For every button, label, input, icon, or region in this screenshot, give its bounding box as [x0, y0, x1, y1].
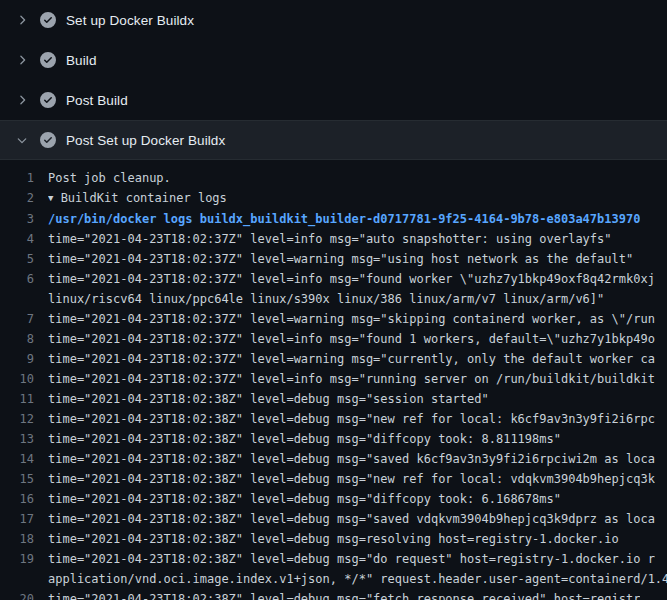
log-line: 1 Post job cleanup.: [0, 168, 667, 188]
step-label: Set up Docker Buildx: [66, 13, 194, 28]
line-text: Post job cleanup.: [48, 168, 171, 188]
line-text: time="2021-04-23T18:02:38Z" level=debug …: [48, 429, 561, 449]
line-number[interactable]: 5: [0, 249, 48, 269]
log-line: 14 time="2021-04-23T18:02:38Z" level=deb…: [0, 449, 667, 469]
line-number[interactable]: 17: [0, 509, 48, 529]
line-text: time="2021-04-23T18:02:38Z" level=debug …: [48, 529, 619, 549]
log-line: 9 time="2021-04-23T18:02:37Z" level=warn…: [0, 349, 667, 369]
line-number[interactable]: 7: [0, 309, 48, 329]
line-number[interactable]: [0, 569, 48, 589]
line-text: time="2021-04-23T18:02:37Z" level=warnin…: [48, 249, 633, 269]
chevron-right-icon: [14, 13, 30, 27]
line-number[interactable]: 12: [0, 409, 48, 429]
line-text: time="2021-04-23T18:02:37Z" level=info m…: [48, 229, 612, 249]
group-toggle-icon[interactable]: ▼: [48, 188, 53, 208]
log-line: 20 time="2021-04-23T18:02:38Z" level=deb…: [0, 589, 667, 600]
line-text: time="2021-04-23T18:02:37Z" level=info m…: [48, 329, 655, 349]
line-text: time="2021-04-23T18:02:37Z" level=warnin…: [48, 309, 655, 329]
line-number[interactable]: 18: [0, 529, 48, 549]
line-number[interactable]: 15: [0, 469, 48, 489]
log-line: linux/riscv64 linux/ppc64le linux/s390x …: [0, 289, 667, 309]
line-number[interactable]: 19: [0, 549, 48, 569]
line-text: time="2021-04-23T18:02:38Z" level=debug …: [48, 549, 655, 569]
line-number[interactable]: 2: [0, 188, 48, 209]
check-circle-icon: [40, 12, 56, 28]
line-number[interactable]: 1: [0, 168, 48, 188]
line-text: /usr/bin/docker logs buildx_buildkit_bui…: [48, 209, 640, 229]
line-number[interactable]: 13: [0, 429, 48, 449]
chevron-down-icon: [14, 133, 30, 147]
line-text: linux/riscv64 linux/ppc64le linux/s390x …: [48, 289, 604, 309]
log-line: 11 time="2021-04-23T18:02:38Z" level=deb…: [0, 389, 667, 409]
step-header-post-build[interactable]: Post Build: [0, 80, 667, 120]
log-line: 19 time="2021-04-23T18:02:38Z" level=deb…: [0, 549, 667, 569]
log-line: 4 time="2021-04-23T18:02:37Z" level=info…: [0, 229, 667, 249]
log-line: 17 time="2021-04-23T18:02:38Z" level=deb…: [0, 509, 667, 529]
chevron-right-icon: [14, 93, 30, 107]
line-number[interactable]: 9: [0, 349, 48, 369]
line-text: time="2021-04-23T18:02:38Z" level=debug …: [48, 589, 640, 600]
chevron-right-icon: [14, 53, 30, 67]
step-label: Post Set up Docker Buildx: [66, 133, 225, 148]
step-label: Build: [66, 53, 97, 68]
log-line: 10 time="2021-04-23T18:02:37Z" level=inf…: [0, 369, 667, 389]
log-line: application/vnd.oci.image.index.v1+json,…: [0, 569, 667, 589]
log-line: 13 time="2021-04-23T18:02:38Z" level=deb…: [0, 429, 667, 449]
line-text: ▼ BuildKit container logs: [48, 188, 227, 209]
log-line: 8 time="2021-04-23T18:02:37Z" level=info…: [0, 329, 667, 349]
line-text: time="2021-04-23T18:02:38Z" level=debug …: [48, 389, 489, 409]
log-line: 6 time="2021-04-23T18:02:37Z" level=info…: [0, 269, 667, 289]
log-line: 18 time="2021-04-23T18:02:38Z" level=deb…: [0, 529, 667, 549]
log-line: 3 /usr/bin/docker logs buildx_buildkit_b…: [0, 209, 667, 229]
log-line: 7 time="2021-04-23T18:02:37Z" level=warn…: [0, 309, 667, 329]
line-text: application/vnd.oci.image.index.v1+json,…: [48, 569, 667, 589]
line-text: time="2021-04-23T18:02:38Z" level=debug …: [48, 409, 655, 429]
line-text: time="2021-04-23T18:02:38Z" level=debug …: [48, 489, 561, 509]
workflow-log-viewer: Set up Docker Buildx Build Post Build Po…: [0, 0, 667, 600]
line-text: time="2021-04-23T18:02:38Z" level=debug …: [48, 469, 655, 489]
log-lines: 1 Post job cleanup. 2 ▼ BuildKit contain…: [0, 168, 667, 600]
line-number[interactable]: 10: [0, 369, 48, 389]
line-text: time="2021-04-23T18:02:37Z" level=info m…: [48, 269, 655, 289]
log-line: 15 time="2021-04-23T18:02:38Z" level=deb…: [0, 469, 667, 489]
line-number[interactable]: 8: [0, 329, 48, 349]
log-line: 12 time="2021-04-23T18:02:38Z" level=deb…: [0, 409, 667, 429]
step-header-post-set-up-docker-buildx[interactable]: Post Set up Docker Buildx: [0, 120, 667, 160]
check-circle-icon: [40, 52, 56, 68]
log-area: 1 Post job cleanup. 2 ▼ BuildKit contain…: [0, 160, 667, 600]
log-line: 16 time="2021-04-23T18:02:38Z" level=deb…: [0, 489, 667, 509]
line-text: time="2021-04-23T18:02:37Z" level=info m…: [48, 369, 655, 389]
check-circle-icon: [40, 92, 56, 108]
line-number[interactable]: 16: [0, 489, 48, 509]
log-line: 2 ▼ BuildKit container logs: [0, 188, 667, 209]
line-text: time="2021-04-23T18:02:38Z" level=debug …: [48, 509, 655, 529]
line-number[interactable]: 3: [0, 209, 48, 229]
check-circle-icon: [40, 132, 56, 148]
step-header-build[interactable]: Build: [0, 40, 667, 80]
line-number[interactable]: 6: [0, 269, 48, 289]
step-header-set-up-docker-buildx[interactable]: Set up Docker Buildx: [0, 0, 667, 40]
line-number[interactable]: 20: [0, 589, 48, 600]
line-text: time="2021-04-23T18:02:37Z" level=warnin…: [48, 349, 655, 369]
line-number[interactable]: 14: [0, 449, 48, 469]
line-number[interactable]: 4: [0, 229, 48, 249]
step-label: Post Build: [66, 93, 128, 108]
line-number[interactable]: 11: [0, 389, 48, 409]
line-number[interactable]: [0, 289, 48, 309]
log-line: 5 time="2021-04-23T18:02:37Z" level=warn…: [0, 249, 667, 269]
line-text: time="2021-04-23T18:02:38Z" level=debug …: [48, 449, 655, 469]
